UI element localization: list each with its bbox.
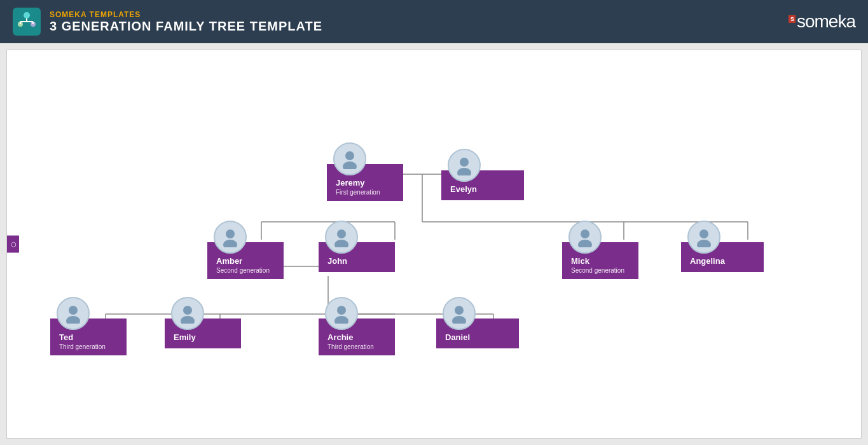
avatar-john <box>325 221 358 254</box>
page-title: 3 GENERATION FAMILY TREE TEMPLATE <box>50 19 322 34</box>
svg-point-38 <box>697 240 711 247</box>
gen-jeremy: First generation <box>336 189 394 196</box>
name-evelyn: Evelyn <box>450 184 515 194</box>
name-mick: Mick <box>571 256 630 266</box>
person-archie: Archie Third generation <box>319 297 395 355</box>
svg-point-40 <box>66 316 80 324</box>
person-jeremy: Jeremy First generation <box>327 142 403 201</box>
gen-mick: Second generation <box>571 267 630 274</box>
svg-point-29 <box>460 158 469 167</box>
avatar-ted <box>57 297 90 330</box>
svg-point-35 <box>581 229 589 238</box>
svg-point-37 <box>699 229 708 238</box>
person-emily: Emily <box>165 297 241 348</box>
avatar-emily <box>171 297 204 330</box>
person-ted: Ted Third generation <box>50 297 127 355</box>
svg-point-31 <box>226 229 235 238</box>
gen-archie: Third generation <box>327 343 386 350</box>
gen-ted: Third generation <box>59 343 118 350</box>
avatar-archie <box>325 297 358 330</box>
name-amber: Amber <box>216 256 275 266</box>
app-header: SOMEKA TEMPLATES 3 GENERATION FAMILY TRE… <box>0 0 868 43</box>
name-john: John <box>327 256 386 266</box>
side-tab: ⬡ <box>7 236 19 253</box>
app-icon <box>13 8 41 36</box>
svg-point-30 <box>457 168 471 175</box>
name-emily: Emily <box>174 332 232 342</box>
svg-point-44 <box>334 316 348 324</box>
brand-label: SOMEKA TEMPLATES <box>50 10 322 19</box>
svg-point-34 <box>334 240 348 247</box>
svg-point-42 <box>181 316 195 324</box>
svg-point-36 <box>578 240 592 247</box>
name-angelina: Angelina <box>690 256 755 266</box>
gen-amber: Second generation <box>216 267 275 274</box>
name-ted: Ted <box>59 332 118 342</box>
svg-point-27 <box>345 151 354 160</box>
svg-point-41 <box>183 306 192 315</box>
avatar-angelina <box>687 221 720 254</box>
svg-point-46 <box>452 316 466 324</box>
svg-point-1 <box>24 12 30 18</box>
person-amber: Amber Second generation <box>207 221 284 279</box>
person-john: John <box>319 221 395 272</box>
person-angelina: Angelina <box>681 221 764 272</box>
svg-point-28 <box>343 161 357 169</box>
avatar-mick <box>568 221 602 254</box>
avatar-daniel <box>443 297 476 330</box>
name-daniel: Daniel <box>445 332 510 342</box>
svg-point-43 <box>337 306 346 315</box>
svg-point-32 <box>223 240 237 247</box>
main-content: ⬡ <box>6 50 862 439</box>
avatar-evelyn <box>448 149 481 182</box>
name-jeremy: Jeremy <box>336 178 394 188</box>
header-left: SOMEKA TEMPLATES 3 GENERATION FAMILY TRE… <box>13 8 322 36</box>
avatar-amber <box>214 221 247 254</box>
svg-point-33 <box>337 229 346 238</box>
svg-point-39 <box>69 306 78 315</box>
tree-container: Jeremy First generation Evelyn <box>7 50 861 438</box>
person-evelyn: Evelyn <box>441 149 524 200</box>
person-mick: Mick Second generation <box>562 221 638 279</box>
svg-point-45 <box>455 306 464 315</box>
person-daniel: Daniel <box>436 297 519 348</box>
name-archie: Archie <box>327 332 386 342</box>
avatar-jeremy <box>333 142 366 175</box>
someka-logo: Ssomeka <box>789 11 855 32</box>
header-text: SOMEKA TEMPLATES 3 GENERATION FAMILY TRE… <box>50 10 322 34</box>
